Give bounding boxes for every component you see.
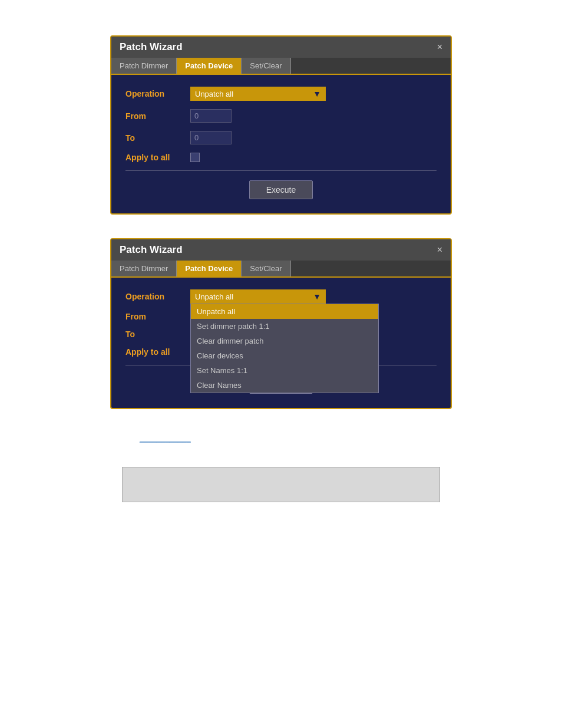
dialog-2-tab-bar: Patch Dimmer Patch Device Set/Clear [111, 261, 451, 278]
from-label-2: From [125, 312, 190, 321]
dialog-2-body: Operation Unpatch all ▼ Unpatch all Set … [111, 278, 451, 408]
dialog-2-close-button[interactable]: × [437, 245, 442, 255]
operation-dropdown-open-2: Unpatch all Set dimmer patch 1:1 Clear d… [190, 304, 379, 393]
to-input-1[interactable] [190, 131, 232, 144]
apply-to-all-row-1: Apply to all [125, 153, 437, 162]
apply-to-all-label-1: Apply to all [125, 153, 190, 162]
operation-value-1: Unpatch all [195, 90, 233, 98]
tab-set-clear-1[interactable]: Set/Clear [242, 58, 290, 74]
apply-to-all-checkbox-1[interactable] [190, 153, 200, 162]
patch-wizard-dialog-1: Patch Wizard × Patch Dimmer Patch Device… [110, 35, 452, 215]
operation-dropdown-container-2: Unpatch all ▼ Unpatch all Set dimmer pat… [190, 289, 326, 304]
link-area: ____________ [110, 433, 452, 443]
from-label-1: From [125, 111, 190, 121]
from-input-1[interactable] [190, 109, 232, 123]
dropdown-option-set-dimmer-patch[interactable]: Set dimmer patch 1:1 [191, 319, 378, 334]
to-row-1: To [125, 131, 437, 144]
select-arrow-2: ▼ [313, 292, 321, 301]
note-box [122, 467, 440, 502]
divider-1 [125, 170, 437, 171]
to-label-1: To [125, 133, 190, 143]
dialog-1-tab-bar: Patch Dimmer Patch Device Set/Clear [111, 58, 451, 75]
select-arrow-1: ▼ [313, 89, 321, 98]
tab-patch-device-2[interactable]: Patch Device [177, 261, 242, 276]
dialog-2-titlebar: Patch Wizard × [111, 239, 451, 261]
dialog-1-titlebar: Patch Wizard × [111, 37, 451, 58]
operation-label-2: Operation [125, 292, 190, 301]
dropdown-option-set-names[interactable]: Set Names 1:1 [191, 363, 378, 378]
execute-button-1[interactable]: Execute [249, 180, 313, 199]
dropdown-option-clear-names[interactable]: Clear Names [191, 378, 378, 393]
dialog-2-title: Patch Wizard [120, 244, 183, 256]
tab-patch-dimmer-1[interactable]: Patch Dimmer [111, 58, 177, 74]
to-label-2: To [125, 330, 190, 339]
dropdown-option-clear-dimmer-patch[interactable]: Clear dimmer patch [191, 334, 378, 348]
dialog-1-body: Operation Unpatch all ▼ From To Apply to… [111, 75, 451, 213]
operation-row-2: Operation Unpatch all ▼ Unpatch all Set … [125, 289, 437, 304]
dialog-1-close-button[interactable]: × [437, 42, 442, 52]
link-text[interactable]: ____________ [140, 434, 191, 443]
dropdown-option-clear-devices[interactable]: Clear devices [191, 348, 378, 363]
operation-select-1[interactable]: Unpatch all ▼ [190, 87, 326, 101]
operation-select-2[interactable]: Unpatch all ▼ [190, 289, 326, 304]
operation-value-2: Unpatch all [195, 292, 233, 301]
from-row-1: From [125, 109, 437, 123]
dropdown-option-unpatch-all[interactable]: Unpatch all [191, 304, 378, 319]
operation-row-1: Operation Unpatch all ▼ [125, 87, 437, 101]
tab-set-clear-2[interactable]: Set/Clear [242, 261, 290, 276]
tab-patch-device-1[interactable]: Patch Device [177, 58, 242, 74]
patch-wizard-dialog-2: Patch Wizard × Patch Dimmer Patch Device… [110, 238, 452, 409]
tab-patch-dimmer-2[interactable]: Patch Dimmer [111, 261, 177, 276]
apply-to-all-label-2: Apply to all [125, 347, 190, 357]
dialog-1-title: Patch Wizard [120, 41, 183, 53]
operation-label-1: Operation [125, 89, 190, 98]
